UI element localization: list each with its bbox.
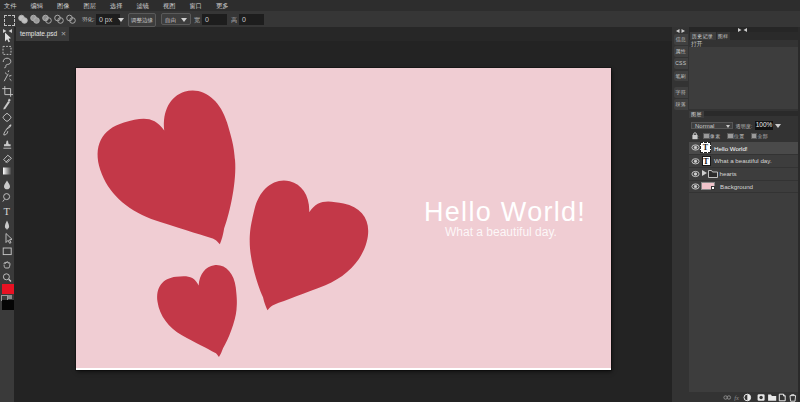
svg-text:T: T [4, 206, 11, 217]
svg-text:fx: fx [734, 394, 739, 401]
